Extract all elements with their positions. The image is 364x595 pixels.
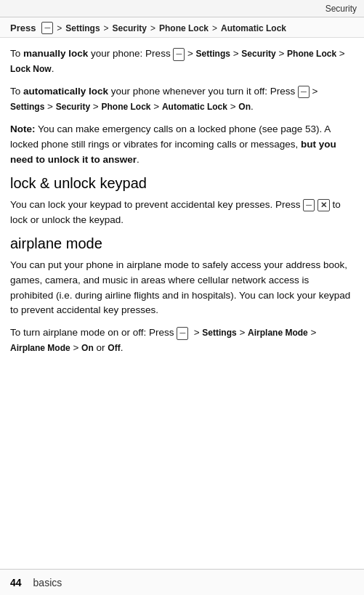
para1-settings: Settings bbox=[196, 49, 230, 59]
para2-text: your phone whenever you turn it off: Pre… bbox=[108, 86, 295, 97]
section2-para2: To turn airplane mode on or off: Press bbox=[10, 327, 174, 338]
breadcrumb-autolock: Automatic Lock bbox=[221, 23, 286, 33]
section-heading-airplane: airplane mode bbox=[10, 235, 354, 252]
section2-or: or bbox=[97, 342, 105, 353]
breadcrumb-gt4: > bbox=[212, 23, 217, 33]
page-container: Security Press ​ ─ > Settings > Security… bbox=[0, 0, 364, 595]
para1-bold: manually lock bbox=[23, 48, 88, 59]
para-note: Note: You can make emergency calls on a … bbox=[10, 122, 354, 168]
para1-security: Security bbox=[241, 49, 275, 59]
breadcrumb-settings: Settings bbox=[65, 23, 100, 33]
menu-button-icon: ─ bbox=[41, 22, 53, 34]
section2-settings: Settings bbox=[202, 328, 236, 338]
para2-settings: Settings bbox=[10, 102, 44, 112]
para-auto-lock: To automatically lock your phone wheneve… bbox=[10, 84, 354, 115]
footer: 44 basics bbox=[0, 569, 364, 595]
breadcrumb-gt1: > bbox=[57, 23, 62, 33]
breadcrumb-phonelock: Phone Lock bbox=[159, 23, 209, 33]
section2-airplane: Airplane Mode bbox=[248, 328, 308, 338]
para2-autolock: Automatic Lock bbox=[162, 102, 227, 112]
main-content: To manually lock your phone: Press ─ > S… bbox=[0, 38, 364, 569]
menu-button-4: ─ bbox=[177, 327, 188, 339]
page-number: 44 bbox=[10, 577, 22, 588]
header-security-label: Security bbox=[325, 4, 357, 14]
section2-on: On bbox=[81, 343, 94, 353]
note-label: Note: bbox=[10, 124, 36, 134]
para1-prefix: To bbox=[10, 48, 23, 59]
para-airplane-2: To turn airplane mode on or off: Press ─… bbox=[10, 325, 354, 356]
header-bar: Security bbox=[0, 0, 364, 17]
para2-security: Security bbox=[56, 102, 90, 112]
footer-label: basics bbox=[33, 577, 62, 588]
para-manually-lock: To manually lock your phone: Press ─ > S… bbox=[10, 46, 354, 77]
section2-off: Off bbox=[108, 343, 120, 353]
section1-para: You can lock your keypad to prevent acci… bbox=[10, 199, 300, 210]
para2-phonelock: Phone Lock bbox=[101, 102, 150, 112]
para-keypad: You can lock your keypad to prevent acci… bbox=[10, 198, 354, 228]
para-airplane-1: You can put your phone in airplane mode … bbox=[10, 258, 354, 319]
para2-on: On bbox=[238, 102, 251, 112]
section-heading-keypad: lock & unlock keypad bbox=[10, 175, 354, 192]
star-button-icon: ✕ bbox=[318, 199, 330, 211]
menu-button-2: ─ bbox=[298, 86, 310, 98]
menu-button-3: ─ bbox=[303, 199, 315, 211]
note-text: You can make emergency calls on a locked… bbox=[10, 124, 331, 150]
breadcrumb-press: Press bbox=[10, 23, 36, 33]
para1-phonelock: Phone Lock bbox=[287, 49, 336, 59]
section2-para: You can put your phone in airplane mode … bbox=[10, 259, 350, 316]
breadcrumb: Press ​ ─ > Settings > Security > Phone … bbox=[0, 17, 364, 38]
breadcrumb-gt2: > bbox=[104, 23, 109, 33]
menu-button-1: ─ bbox=[173, 48, 185, 60]
breadcrumb-gt3: > bbox=[150, 23, 155, 33]
para2-prefix: To bbox=[10, 86, 23, 97]
para2-bold: automatically lock bbox=[23, 86, 108, 97]
para1-locknow: Lock Now bbox=[10, 64, 52, 74]
breadcrumb-security: Security bbox=[113, 23, 147, 33]
section2-airplanemode: Airplane Mode bbox=[10, 343, 70, 353]
para1-text: your phone: Press bbox=[88, 48, 170, 59]
